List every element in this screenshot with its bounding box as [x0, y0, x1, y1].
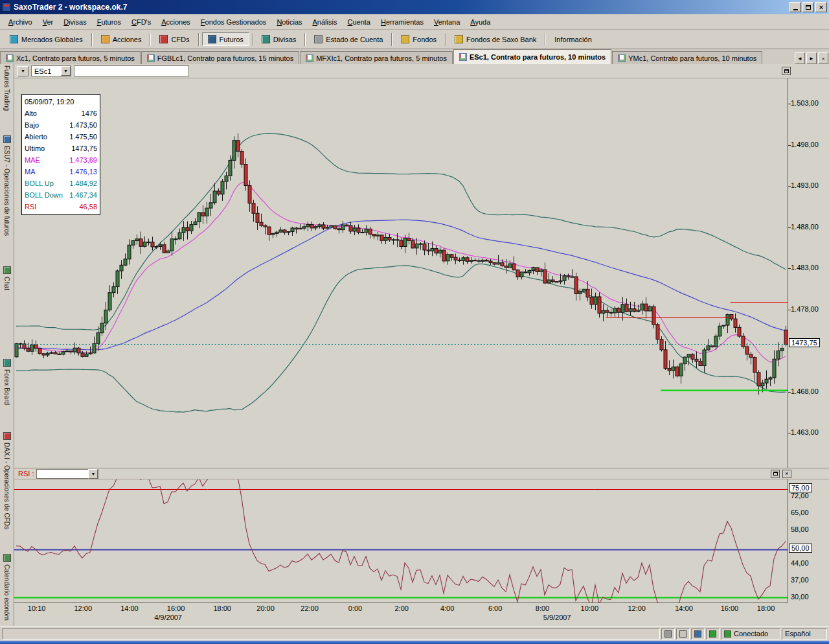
toolbar-button-fondos[interactable]: Fondos	[395, 32, 442, 46]
time-axis: 10:1012:0014:0016:0018:0020:0022:000:002…	[14, 603, 788, 613]
infobox-label: Ultimo	[25, 143, 45, 154]
forex-icon	[262, 35, 270, 43]
chevron-down-icon[interactable]: ▼	[88, 469, 98, 479]
chevron-down-icon[interactable]: ▼	[61, 66, 71, 76]
toolbar-button-label: Acciones	[113, 36, 142, 43]
tab-label: MFXIc1, Contrato para futuros, 5 minutos	[316, 54, 447, 62]
menu-item-fondos-gestionados[interactable]: Fondos Gestionados	[196, 16, 271, 28]
time-axis-label: 12:00	[621, 604, 652, 612]
toolbar-button-fondos-de-saxo-bank[interactable]: Fondos de Saxo Bank	[449, 32, 542, 46]
sidebar-item-esu7[interactable]: ESU7 - Operaciones de futuros	[0, 135, 14, 237]
infobox-timestamp: 05/09/07, 19:20	[25, 96, 97, 108]
menu-item-herramientas[interactable]: Herramientas	[376, 16, 428, 28]
toolbar-button-acciones[interactable]: Acciones	[95, 32, 148, 46]
status-message-panel	[2, 628, 660, 639]
tab-close-button[interactable]: ×	[818, 52, 828, 64]
sidebar-item-calendario[interactable]: Calendario económ	[0, 554, 14, 622]
rsi-title: RSI :	[18, 470, 34, 477]
infobox-row-rsi: RSI46,58	[25, 201, 97, 213]
infobox-row-mae: MAE1.473,69	[25, 154, 97, 166]
menu-item-ayuda[interactable]: Ayuda	[466, 16, 495, 28]
current-price-box: 1473,75	[789, 338, 820, 347]
toolbar-button-label: Estado de Cuenta	[326, 36, 383, 43]
chevron-down-icon: ▼	[91, 472, 95, 476]
time-axis-label: 12:00	[67, 604, 98, 612]
symbol-combo[interactable]: ESc1 ▼	[31, 65, 71, 76]
rsi-study-combo[interactable]: ▼	[36, 469, 98, 479]
scroll-left-icon: ◄	[797, 56, 802, 62]
menu-item-ver[interactable]: Ver	[38, 16, 58, 28]
date-axis: 4/9/20075/9/2007	[14, 613, 788, 624]
menu-item-cfd-s[interactable]: CFD's	[127, 16, 155, 28]
tab-mfxic1[interactable]: MFXIc1, Contrato para futuros, 5 minutos	[300, 51, 453, 64]
toolbar-separator	[545, 33, 546, 46]
time-axis-label: 2:00	[386, 604, 417, 612]
toolbar-button-cfds[interactable]: CFDs	[153, 32, 195, 46]
minimize-button[interactable]	[789, 2, 801, 12]
chart-tab-icon	[6, 54, 14, 62]
tab-scroll-left-button[interactable]: ◄	[795, 52, 805, 64]
date-label: 4/9/2007	[148, 614, 189, 621]
toolbar-button-label: CFDs	[171, 36, 189, 43]
toolbar-button-informaci-n[interactable]: Información	[549, 33, 597, 46]
infobox-label: BOLL Up	[25, 178, 54, 189]
rsi-axis-label: 50,00	[789, 544, 812, 553]
toolbar-button-divisas[interactable]: Divisas	[256, 32, 302, 46]
rsi-axis-label: 58,00	[791, 525, 809, 533]
sidebar-item-chat[interactable]: Chat	[0, 266, 14, 292]
price-axis-label: 1.498,00	[791, 141, 819, 148]
toolbar-button-mercados-globales[interactable]: Mercados Globales	[4, 32, 89, 46]
tab-ymc1[interactable]: YMc1, Contrato para futuros, 10 minutos	[612, 51, 762, 64]
price-axis-label: 1.503,00	[791, 99, 819, 107]
menu-item-acciones[interactable]: Acciones	[157, 16, 195, 28]
rsi-close-button[interactable]: ×	[782, 470, 791, 478]
account-status-icon	[314, 35, 323, 43]
menu-item-cuenta[interactable]: Cuenta	[343, 16, 374, 28]
toolbar-button-futuros[interactable]: Futuros	[202, 32, 249, 46]
sidebar-item-futures[interactable]: Futures Trading	[0, 65, 14, 112]
rsi-canvas[interactable]	[14, 479, 788, 603]
menu-item-archivo[interactable]: Archivo	[4, 16, 37, 28]
menu-item-divisas[interactable]: Divisas	[59, 16, 91, 28]
menu-item-noticias[interactable]: Noticias	[272, 16, 306, 28]
tab-label: YMc1, Contrato para futuros, 10 minutos	[628, 54, 756, 62]
toolbar-separator	[445, 33, 446, 46]
restore-button[interactable]	[802, 2, 814, 12]
time-axis-label: 16:00	[714, 604, 745, 612]
toolbar-button-label: Información	[554, 36, 591, 43]
infobox-label: Alto	[25, 108, 37, 119]
symbol-search-input[interactable]	[74, 65, 189, 76]
tab-fgblc1[interactable]: FGBLc1, Contrato para futuros, 15 minuto…	[141, 51, 299, 64]
title-bar: SaxoTrader 2 - workspace.ok.7 ×	[0, 0, 829, 14]
calendar-icon	[3, 554, 11, 562]
chart-menu-button[interactable]: ▼	[17, 66, 28, 76]
sidebar-item-forex[interactable]: Forex Board	[0, 359, 14, 406]
close-button[interactable]: ×	[815, 2, 827, 12]
menu-item-an-lisis[interactable]: Análisis	[308, 16, 342, 28]
language-panel[interactable]: Español	[782, 628, 827, 639]
close-icon: ×	[822, 56, 825, 62]
tab-esc1[interactable]: ESc1, Contrato para futuros, 10 minutos	[453, 49, 611, 64]
rsi-restore-button[interactable]	[771, 470, 780, 478]
window-title: SaxoTrader 2 - workspace.ok.7	[14, 3, 788, 12]
toolbar-separator	[198, 33, 199, 46]
menu-item-futuros[interactable]: Futuros	[93, 16, 126, 28]
toolbar-button-estado-de-cuenta[interactable]: Estado de Cuenta	[308, 32, 389, 46]
sidebar-item-dax-i[interactable]: DAX.I - Operaciones de CFDs	[0, 432, 14, 531]
status-user-panel	[661, 628, 675, 639]
rsi-axis-label: 75,00	[789, 483, 812, 492]
tab-xc1[interactable]: Xc1, Contrato para futuros, 5 minutos	[0, 51, 141, 64]
sidebar-item-label: ESU7 - Operaciones de futuros	[3, 146, 10, 236]
chevron-down-icon: ▼	[21, 69, 25, 73]
chart-restore-button[interactable]	[782, 67, 791, 75]
tool-bar: Mercados GlobalesAccionesCFDsFuturosDivi…	[0, 30, 829, 49]
tab-label: Xc1, Contrato para futuros, 5 minutos	[16, 54, 135, 62]
tab-scroll-right-button[interactable]: ►	[806, 52, 817, 64]
menu-item-ventana[interactable]: Ventana	[429, 16, 464, 28]
price-axis: 1.503,001.498,001.493,001.488,001.483,00…	[788, 78, 829, 468]
price-axis-label: 1.468,00	[791, 387, 819, 395]
main-chart-canvas[interactable]	[14, 78, 788, 468]
symbol-label: ESc1	[34, 67, 51, 75]
restore-icon	[773, 472, 778, 476]
taskbar-edge	[0, 641, 829, 644]
